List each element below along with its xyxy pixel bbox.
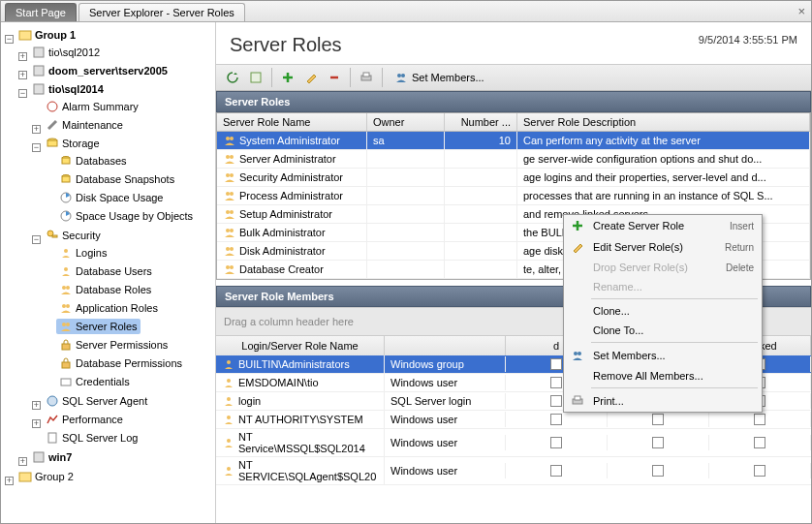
user-icon [222, 464, 235, 478]
tree-server[interactable]: tio\sql2014 [29, 81, 107, 97]
tree-storage[interactable]: Storage [43, 136, 103, 151]
svg-point-36 [230, 137, 234, 140]
checkbox[interactable] [754, 437, 765, 448]
tree-item[interactable]: Server Permissions [56, 337, 171, 353]
add-button[interactable] [277, 67, 298, 88]
svg-point-44 [230, 210, 234, 214]
tree-agent[interactable]: SQL Server Agent [43, 393, 150, 409]
checkbox[interactable] [550, 465, 562, 477]
checkbox[interactable] [652, 465, 664, 477]
checkbox[interactable] [754, 414, 765, 425]
tree-item[interactable]: Database Users [56, 263, 155, 279]
table-row[interactable]: Security Administratorage logins and the… [217, 169, 810, 187]
ctx-edit[interactable]: Edit Server Role(s)Return [564, 236, 762, 258]
delete-button[interactable] [324, 67, 345, 88]
ctx-print[interactable]: Print... [564, 390, 762, 412]
col-header-desc[interactable]: Server Role Description [517, 113, 810, 131]
expand-toggle[interactable]: − [18, 89, 27, 98]
tree-server[interactable]: win7 [29, 449, 75, 465]
checkbox[interactable] [550, 437, 562, 448]
table-row[interactable]: System Administratorsa10Can perform any … [217, 132, 810, 150]
tree-item[interactable]: Logins [56, 245, 109, 261]
table-row[interactable]: NT SERVICE\SQLAgent$SQL20Windows user [216, 457, 811, 485]
tree-item[interactable]: Database Permissions [56, 355, 185, 371]
svg-rect-14 [52, 235, 57, 237]
svg-point-57 [574, 352, 578, 355]
col-header-owner[interactable]: Owner [367, 113, 445, 131]
svg-rect-25 [61, 379, 71, 385]
tree-server-roles[interactable]: Server Roles [56, 319, 141, 334]
svg-point-49 [226, 265, 230, 269]
col-header-type[interactable] [385, 336, 506, 355]
context-menu: Create Server RoleInsert Edit Server Rol… [563, 214, 763, 413]
checkbox[interactable] [550, 377, 562, 388]
tree-perf[interactable]: Performance [43, 412, 126, 427]
export-button[interactable] [245, 67, 266, 88]
svg-point-46 [230, 229, 234, 232]
tree-security[interactable]: Security [43, 228, 104, 243]
table-row[interactable]: Server Administratorge server-wide confi… [217, 150, 810, 169]
svg-rect-24 [62, 362, 70, 368]
checkbox[interactable] [652, 437, 664, 448]
col-header-login[interactable]: Login/Server Role Name [216, 336, 385, 355]
expand-toggle[interactable]: − [5, 35, 14, 44]
expand-toggle[interactable]: + [18, 71, 27, 79]
tab-start-page[interactable]: Start Page [5, 3, 77, 21]
svg-point-38 [230, 155, 234, 159]
tree-item[interactable]: Application Roles [56, 300, 161, 316]
expand-toggle[interactable]: − [32, 143, 41, 152]
tree-server[interactable]: tio\sql2012 [29, 45, 103, 60]
svg-point-17 [62, 286, 66, 290]
checkbox[interactable] [550, 395, 562, 407]
set-members-button[interactable]: Set Members... [388, 67, 491, 88]
tree-group1[interactable]: Group 1 [16, 27, 78, 43]
svg-point-53 [227, 397, 231, 401]
ctx-remove-all[interactable]: Remove All Members... [564, 366, 762, 385]
checkbox[interactable] [550, 414, 562, 425]
checkbox[interactable] [652, 414, 664, 425]
col-header-number[interactable]: Number ... [445, 113, 517, 131]
table-row[interactable]: Process Administratorprocesses that are … [217, 187, 810, 205]
tree-maintenance[interactable]: Maintenance [43, 117, 126, 133]
svg-point-15 [64, 249, 68, 253]
ctx-cloneto[interactable]: Clone To... [564, 321, 762, 340]
refresh-button[interactable] [222, 67, 243, 88]
checkbox[interactable] [550, 358, 562, 370]
ctx-clone[interactable]: Clone... [564, 301, 762, 321]
tab-server-explorer[interactable]: Server Explorer - Server Roles [78, 3, 245, 21]
expand-toggle[interactable]: − [32, 235, 41, 244]
tree-item[interactable]: Database Roles [56, 282, 154, 297]
table-row[interactable]: NT AUTHORITY\SYSTEMWindows user [216, 411, 811, 429]
ctx-set-members[interactable]: Set Members... [564, 345, 762, 366]
roles-panel-title: Server Roles [216, 91, 811, 112]
expand-toggle[interactable]: + [5, 477, 14, 485]
edit-button[interactable] [300, 67, 322, 88]
expand-toggle[interactable]: + [32, 125, 41, 134]
print-button[interactable] [356, 67, 377, 88]
expand-toggle[interactable]: + [18, 52, 27, 61]
table-row[interactable]: NT Service\MSSQL$SQL2014Windows user [216, 429, 811, 457]
tree-item[interactable]: Credentials [56, 374, 133, 389]
col-header-name[interactable]: Server Role Name [217, 113, 367, 131]
svg-rect-30 [251, 73, 261, 82]
svg-point-42 [230, 192, 234, 196]
tree-item[interactable]: Space Usage by Objects [56, 208, 196, 224]
tree-server[interactable]: doom_server\tserv2005 [29, 63, 171, 78]
tree-item[interactable]: Database Snapshots [56, 171, 177, 187]
expand-toggle[interactable]: + [18, 457, 27, 466]
close-icon[interactable]: × [797, 4, 805, 18]
svg-point-16 [64, 267, 68, 271]
tree-group2[interactable]: Group 2 [16, 469, 77, 484]
svg-point-4 [47, 102, 57, 111]
svg-rect-10 [62, 176, 70, 182]
tree-alarm[interactable]: Alarm Summary [43, 99, 141, 114]
checkbox[interactable] [754, 465, 765, 477]
expand-toggle[interactable]: + [32, 401, 41, 410]
tree-log[interactable]: SQL Server Log [43, 430, 141, 446]
expand-toggle[interactable]: + [32, 419, 41, 428]
ctx-create[interactable]: Create Server RoleInsert [564, 215, 762, 236]
ctx-rename: Rename... [564, 277, 762, 296]
tree-item[interactable]: Disk Space Usage [56, 190, 167, 205]
svg-point-22 [66, 323, 70, 326]
tree-item[interactable]: Databases [56, 153, 130, 169]
